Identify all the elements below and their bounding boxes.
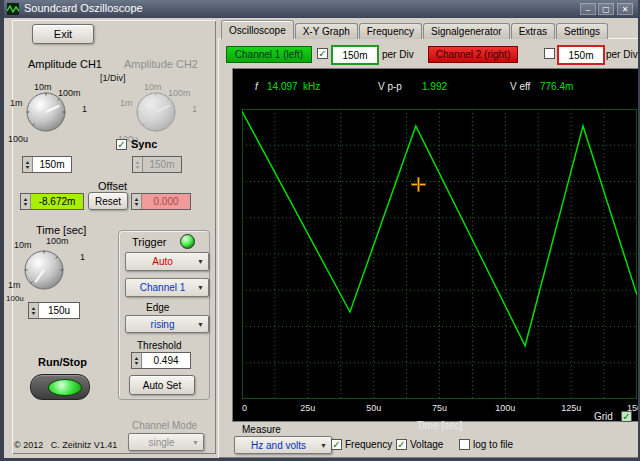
offset2-spinner: ▲▼: [132, 194, 142, 209]
tab-oscilloscope[interactable]: Oscilloscope: [221, 20, 294, 39]
amp1-scale-100u: 100u: [8, 134, 28, 144]
check-icon: ✓: [622, 411, 630, 422]
amp1-scale-1: 1: [82, 104, 87, 114]
x-tick-label: 0: [242, 403, 247, 413]
chevron-down-icon: ▼: [197, 321, 204, 328]
title-bar: Soundcard Oszilloscope – ▢ ✕: [4, 0, 638, 18]
reset-button[interactable]: Reset: [88, 192, 128, 210]
frequency-checkbox[interactable]: ✓: [331, 439, 342, 450]
x-tick-label: 125u: [561, 403, 581, 413]
minimize-button[interactable]: –: [580, 3, 596, 15]
run-stop-toggle[interactable]: [30, 374, 90, 400]
app-window: Soundcard Oszilloscope – ▢ ✕ Exit Amplit…: [0, 0, 640, 461]
channel2-checkbox[interactable]: [544, 48, 555, 59]
amp2-scale-1: 1: [192, 104, 197, 114]
channel1-per-div-label: per Div: [382, 49, 414, 60]
channel2-color-box: Channel 2 (right): [428, 46, 518, 63]
x-tick-label: 25u: [300, 403, 315, 413]
check-icon: ✓: [117, 139, 125, 150]
time-knob[interactable]: [24, 250, 64, 290]
amp1-scale-1m: 1m: [10, 98, 23, 108]
trigger-mode-dropdown[interactable]: Auto ▼: [125, 252, 209, 271]
threshold-value[interactable]: ▲▼ 0.494: [131, 352, 191, 369]
sync-label: Sync: [131, 138, 157, 150]
scope-display: f 14.097 kHz V p-p 1.992 V eff 776.4m 02…: [232, 68, 640, 422]
log-to-file-label: log to file: [473, 439, 513, 450]
per-div-unit-label: [1/Div]: [100, 73, 126, 83]
freq-value: 14.097: [267, 81, 298, 92]
vpp-label: V p-p: [378, 81, 402, 92]
amplitude-ch1-value[interactable]: ▲▼ 150m: [22, 156, 72, 173]
x-tick-label: 75u: [432, 403, 447, 413]
channel-mode-dropdown: single ▼: [128, 433, 204, 451]
check-icon: ✓: [397, 439, 405, 450]
chevron-down-icon: ▼: [197, 284, 204, 291]
edge-label: Edge: [146, 302, 169, 313]
trigger-edge-dropdown[interactable]: rising ▼: [125, 315, 209, 333]
tab-bar: Oscilloscope X-Y Graph Frequency Signalg…: [221, 21, 609, 39]
amp1-scale-10m: 10m: [34, 82, 52, 92]
tab-settings[interactable]: Settings: [556, 23, 608, 39]
tab-signalgenerator[interactable]: Signalgenerator: [423, 23, 510, 39]
x-axis-title-wrap: Time [sec]: [242, 415, 637, 433]
channel2-per-div-value[interactable]: 150m: [557, 45, 605, 65]
log-to-file-checkbox[interactable]: [459, 439, 470, 450]
amplitude-ch2-knob[interactable]: [136, 92, 176, 132]
tab-xy-graph[interactable]: X-Y Graph: [295, 23, 358, 39]
sync-checkbox[interactable]: ✓: [116, 139, 127, 150]
freq-label: f: [255, 81, 258, 92]
time-scale-100u: 100u: [6, 294, 24, 303]
amplitude-ch2-label: Amplitude CH2: [124, 58, 198, 70]
grid-checkbox[interactable]: ✓: [621, 411, 632, 422]
freq-unit: kHz: [303, 81, 320, 92]
measure-mode-dropdown[interactable]: Hz and volts ▼: [234, 436, 332, 454]
trigger-source-dropdown[interactable]: Channel 1 ▼: [125, 278, 209, 297]
threshold-spinner[interactable]: ▲▼: [132, 353, 142, 368]
tab-extras[interactable]: Extras: [511, 23, 555, 39]
offset-ch1-value[interactable]: ▲▼ -8.672m: [20, 193, 84, 210]
chevron-down-icon: ▼: [192, 439, 199, 446]
frequency-label: Frequency: [345, 439, 392, 450]
channel1-per-div-value[interactable]: 150m: [331, 45, 379, 65]
auto-set-button[interactable]: Auto Set: [129, 375, 195, 395]
channel2-per-div-label: per Div: [606, 49, 638, 60]
scope-plot: [242, 109, 637, 399]
close-button[interactable]: ✕: [617, 3, 633, 15]
time-scale-100m: 100m: [46, 236, 69, 246]
app-icon: [7, 3, 19, 15]
amp2-scale-10m: 10m: [144, 82, 162, 92]
threshold-label: Threshold: [137, 340, 181, 351]
veff-value: 776.4m: [540, 81, 573, 92]
grid-label: Grid: [594, 411, 613, 422]
time-scale-10m: 10m: [14, 240, 32, 250]
check-icon: ✓: [332, 439, 340, 450]
veff-label: V eff: [510, 81, 530, 92]
time-label: Time [sec]: [36, 224, 86, 236]
amp2-scale-1m: 1m: [120, 98, 133, 108]
time-value[interactable]: ▲▼ 150u: [28, 302, 80, 319]
channel1-color-box: Channel 1 (left): [226, 46, 312, 63]
exit-button[interactable]: Exit: [32, 24, 94, 44]
time-scale-1m: 1m: [8, 280, 21, 290]
channel1-checkbox[interactable]: ✓: [317, 48, 328, 59]
amp1-spinner[interactable]: ▲▼: [23, 157, 33, 172]
x-tick-label: 50u: [366, 403, 381, 413]
trigger-led: [180, 234, 195, 249]
window-title: Soundcard Oszilloscope: [24, 2, 143, 14]
amp2-spinner: ▲▼: [133, 157, 143, 172]
tab-frequency[interactable]: Frequency: [359, 23, 422, 39]
channel-mode-label: Channel Mode: [132, 420, 197, 431]
offset1-spinner[interactable]: ▲▼: [21, 194, 31, 209]
x-axis-ticks: 025u50u75u100u125u150u: [242, 403, 637, 414]
chevron-down-icon: ▼: [197, 258, 204, 265]
voltage-checkbox[interactable]: ✓: [396, 439, 407, 450]
maximize-button[interactable]: ▢: [598, 3, 614, 15]
x-axis-title: Time [sec]: [417, 420, 463, 431]
voltage-label: Voltage: [410, 439, 443, 450]
run-indicator: [48, 379, 82, 396]
amplitude-ch1-knob[interactable]: [26, 92, 66, 132]
oscilloscope-panel: Channel 1 (left) ✓ 150m per Div Channel …: [218, 38, 640, 458]
time-scale-1: 1: [80, 252, 85, 262]
time-spinner[interactable]: ▲▼: [29, 303, 39, 318]
check-icon: ✓: [318, 48, 326, 59]
